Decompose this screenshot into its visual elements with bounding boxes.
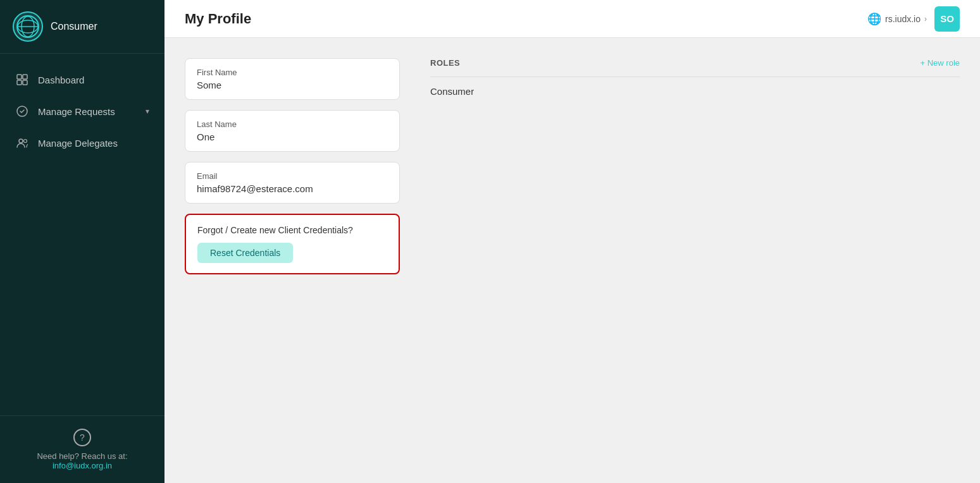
last-name-value: One xyxy=(197,131,388,142)
svg-rect-6 xyxy=(17,80,22,85)
first-name-value: Some xyxy=(197,80,388,90)
server-name: rs.iudx.io xyxy=(885,14,921,24)
help-text: Need help? Reach us at: xyxy=(13,451,152,461)
manage-requests-label: Manage Requests xyxy=(38,106,115,117)
roles-title: ROLES xyxy=(430,58,460,68)
new-role-link[interactable]: + New role xyxy=(921,58,960,68)
credentials-box: Forgot / Create new Client Credentials? … xyxy=(185,214,400,274)
server-chevron-icon: › xyxy=(924,15,927,23)
email-field: Email himaf98724@esterace.com xyxy=(185,162,400,204)
people-icon xyxy=(15,136,29,150)
help-email[interactable]: info@iudx.org.in xyxy=(53,461,112,470)
globe-icon: 🌐 xyxy=(867,12,881,26)
page-title: My Profile xyxy=(185,11,251,27)
logo-icon xyxy=(13,11,43,42)
roles-header: ROLES + New role xyxy=(430,58,960,68)
roles-divider xyxy=(430,76,960,77)
credentials-title: Forgot / Create new Client Credentials? xyxy=(197,225,387,235)
svg-rect-7 xyxy=(23,80,27,85)
last-name-field: Last Name One xyxy=(185,110,400,152)
sidebar-item-manage-delegates[interactable]: Manage Delegates xyxy=(0,127,164,159)
content-area: First Name Some Last Name One Email hima… xyxy=(164,38,980,483)
avatar-initials: SO xyxy=(940,13,954,24)
top-bar-right: 🌐 rs.iudx.io › SO xyxy=(867,6,960,32)
clipboard-icon xyxy=(15,104,29,118)
main-area: My Profile 🌐 rs.iudx.io › SO First Name … xyxy=(164,0,980,483)
svg-point-9 xyxy=(19,139,23,143)
chevron-down-icon: ▾ xyxy=(146,107,149,116)
sidebar: Consumer Dashboard Manage Requests xyxy=(0,0,164,483)
svg-rect-4 xyxy=(17,75,22,79)
email-label: Email xyxy=(197,171,388,181)
dashboard-label: Dashboard xyxy=(38,75,84,85)
manage-delegates-label: Manage Delegates xyxy=(38,138,118,149)
first-name-label: First Name xyxy=(197,68,388,77)
svg-rect-5 xyxy=(23,75,27,79)
sidebar-item-dashboard[interactable]: Dashboard xyxy=(0,64,164,95)
server-link[interactable]: 🌐 rs.iudx.io › xyxy=(867,12,927,26)
top-bar: My Profile 🌐 rs.iudx.io › SO xyxy=(164,0,980,38)
profile-form: First Name Some Last Name One Email hima… xyxy=(185,58,400,463)
first-name-field: First Name Some xyxy=(185,58,400,100)
roles-section: ROLES + New role Consumer xyxy=(400,58,960,463)
reset-credentials-button[interactable]: Reset Credentials xyxy=(197,243,293,263)
email-value: himaf98724@esterace.com xyxy=(197,183,388,194)
sidebar-logo: Consumer xyxy=(0,0,164,54)
user-avatar[interactable]: SO xyxy=(934,6,960,32)
help-icon: ? xyxy=(73,429,91,446)
last-name-label: Last Name xyxy=(197,119,388,129)
role-consumer: Consumer xyxy=(430,86,960,97)
svg-point-10 xyxy=(24,140,27,143)
dashboard-icon xyxy=(15,73,29,87)
sidebar-nav: Dashboard Manage Requests ▾ Mana xyxy=(0,54,164,415)
app-name-label: Consumer xyxy=(51,21,97,32)
sidebar-item-manage-requests[interactable]: Manage Requests ▾ xyxy=(0,95,164,127)
sidebar-footer: ? Need help? Reach us at: info@iudx.org.… xyxy=(0,415,164,483)
